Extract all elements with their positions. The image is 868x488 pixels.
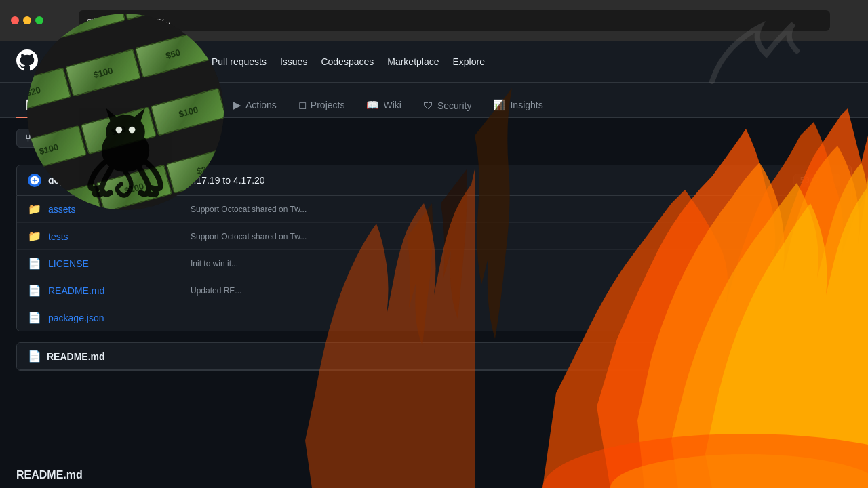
tab-projects-label: Projects [311, 100, 345, 110]
avatar-circle: $100 $50 $100 $20 $100 $50 $100 $10 $100… [27, 14, 224, 210]
tab-security-label: Security [437, 100, 472, 111]
close-button[interactable] [11, 16, 19, 24]
tab-actions-label: Actions [245, 100, 277, 110]
folder-icon: 📁 [28, 230, 41, 243]
tab-actions[interactable]: ▶ Actions [224, 94, 286, 118]
file-row-license[interactable]: 📄 LICENSE Init to win it... [17, 250, 851, 277]
file-name-tests[interactable]: tests [48, 231, 184, 242]
file-name-readme[interactable]: README.md [48, 285, 184, 296]
nav-marketplace[interactable]: Marketplace [387, 54, 439, 70]
svg-marker-4 [132, 108, 145, 121]
nav-explore[interactable]: Explore [453, 54, 485, 70]
file-commit-readme: Updated RE... [191, 286, 840, 296]
file-icon: 📄 [28, 311, 41, 324]
tab-projects[interactable]: ◻ Projects [289, 94, 355, 118]
tab-insights-label: Insights [510, 100, 542, 110]
bill-5: $100 [65, 49, 141, 97]
insights-icon: 📊 [493, 99, 506, 111]
svg-point-5 [116, 127, 123, 134]
file-commit-tests: Support Octocat shared on Tw... [191, 232, 840, 241]
tab-wiki-label: Wiki [383, 100, 401, 110]
file-commit-assets: Support Octocat shared on Tw... [191, 205, 840, 214]
file-row-package[interactable]: 📄 package.json [17, 304, 851, 331]
bill-1: $100 [27, 14, 56, 58]
security-icon: 🛡 [423, 100, 433, 111]
tab-wiki[interactable]: 📖 Wiki [357, 94, 410, 118]
actions-icon: ▶ [233, 99, 241, 111]
bill-4: $20 [27, 67, 71, 115]
readme-section: 📄 README.md [16, 342, 852, 371]
file-name-package[interactable]: package.json [48, 312, 184, 323]
octocat-silhouette [71, 102, 180, 210]
main-nav: Pull requests Issues Codespaces Marketpl… [212, 54, 485, 70]
commit-sha[interactable]: 50e7... [793, 174, 840, 187]
projects-icon: ◻ [298, 99, 307, 111]
readme-icon: 📄 [28, 350, 41, 363]
file-row-readme[interactable]: 📄 README.md Updated RE... [17, 277, 851, 304]
readme-header: 📄 README.md [17, 343, 851, 370]
nav-issues[interactable]: Issues [280, 54, 307, 70]
wiki-icon: 📖 [366, 99, 379, 111]
bill-2: $50 [50, 14, 125, 39]
file-list: 📁 assets Support Octocat shared on Tw...… [16, 196, 852, 331]
nav-codespaces[interactable]: Codespaces [321, 54, 374, 70]
file-icon: 📄 [28, 284, 41, 297]
svg-marker-3 [106, 108, 119, 121]
readme-bottom-title: README.md [16, 469, 83, 481]
file-name-license[interactable]: LICENSE [48, 258, 184, 269]
bill-6: $50 [135, 30, 211, 78]
tab-security[interactable]: 🛡 Security [414, 94, 481, 118]
file-row-tests[interactable]: 📁 tests Support Octocat shared on Tw... [17, 223, 851, 250]
file-icon: 📄 [28, 257, 41, 270]
readme-title: README.md [47, 351, 105, 362]
bill-3: $100 [119, 14, 195, 20]
file-commit-license: Init to win it... [191, 259, 840, 268]
tab-insights[interactable]: 📊 Insights [484, 94, 552, 118]
svg-point-6 [129, 127, 136, 134]
